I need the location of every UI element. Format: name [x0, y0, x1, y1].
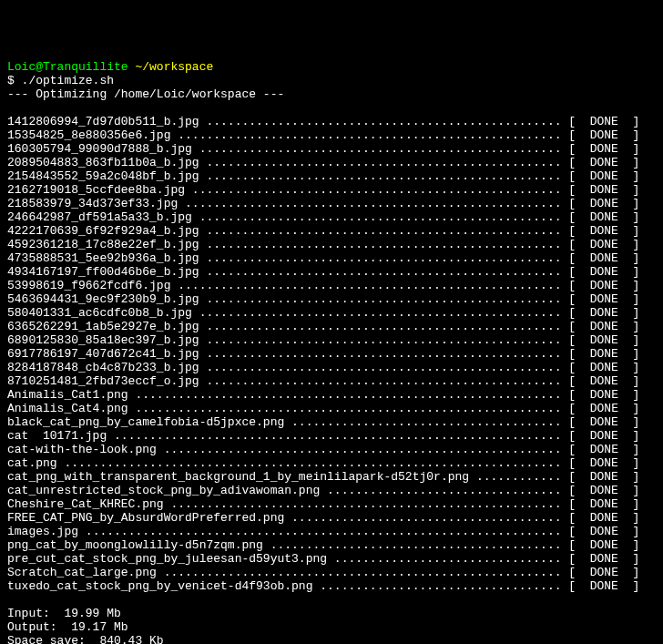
file-row: 246642987_df591a5a33_b.jpg .............… — [7, 210, 656, 224]
status-done: [ DONE ] — [568, 552, 639, 566]
file-row: 5463694431_9ec9f230b9_b.jpg ............… — [7, 292, 656, 306]
terminal-output[interactable]: Loic@Tranquillite ~/workspace$ ./optimiz… — [7, 60, 656, 644]
file-row: FREE_CAT_PNG_by_AbsurdWordPreferred.png … — [7, 511, 656, 525]
filename: 2089504883_863fb11b0a_b.jpg — [7, 156, 206, 169]
prompt-userhost: Loic@Tranquillite — [7, 60, 128, 74]
dots: ........................................… — [206, 361, 568, 374]
file-row: 2089504883_863fb11b0a_b.jpg ............… — [7, 156, 656, 169]
file-row: Animalis_Cat1.png ......................… — [7, 388, 656, 402]
filename: tuxedo_cat_stock_png_by_venicet-d4f93ob.… — [7, 579, 320, 593]
status-done: [ DONE ] — [568, 251, 639, 265]
dots: ........................................… — [199, 142, 569, 156]
dots: ........................................… — [135, 388, 568, 402]
filename: cat_unrestricted_stock_png_by_adivawoman… — [7, 484, 327, 497]
filename: cat 10171.jpg — [7, 429, 114, 443]
filename: 218583979_34d373ef33.jpg — [7, 197, 185, 210]
filename: 246642987_df591a5a33_b.jpg — [7, 210, 199, 224]
status-done: [ DONE ] — [568, 511, 639, 525]
filename: 8284187848_cb4c87b233_b.jpg — [7, 361, 206, 374]
filename: 1412806994_7d97d0b511_b.jpg — [7, 115, 206, 128]
filename: FREE_CAT_PNG_by_AbsurdWordPreferred.png — [7, 511, 291, 525]
file-row: Animalis_Cat4.png ......................… — [7, 402, 656, 415]
file-row: 6890125830_85a18ec397_b.jpg ............… — [7, 333, 656, 347]
filename: black_cat_png_by_camelfobia-d5jpxce.png — [7, 415, 291, 429]
status-done: [ DONE ] — [568, 142, 639, 156]
status-done: [ DONE ] — [568, 361, 639, 374]
file-row: 2162719018_5ccfdee8ba.jpg ..............… — [7, 183, 656, 197]
dots: ........................................… — [86, 525, 569, 538]
dots: ................................. — [327, 484, 568, 497]
file-row: Scratch_cat_large.png ..................… — [7, 566, 656, 579]
filename: 53998619_f9662fcdf6.jpg — [7, 279, 178, 292]
status-done: [ DONE ] — [568, 197, 639, 210]
file-row: 6365262291_1ab5e2927e_b.jpg ............… — [7, 320, 656, 333]
status-done: [ DONE ] — [568, 265, 639, 279]
filename: pre_cut_cat_stock_png_by_juleesan-d59yut… — [7, 552, 334, 566]
status-done: [ DONE ] — [568, 183, 639, 197]
file-row: Cheshire_Cat_KHREC.png .................… — [7, 497, 656, 511]
status-done: [ DONE ] — [568, 347, 639, 361]
command-line: $ ./optimize.sh — [7, 74, 656, 87]
file-row: 8710251481_2fbd73eccf_o.jpg ............… — [7, 374, 656, 388]
status-done: [ DONE ] — [568, 128, 639, 142]
file-row: cat_png_with_transparent_background_1_by… — [7, 470, 656, 484]
dots: ........................................… — [178, 279, 568, 292]
filename: cat.png — [7, 456, 64, 470]
file-row: 6917786197_407d672c41_b.jpg ............… — [7, 347, 656, 361]
file-row: tuxedo_cat_stock_png_by_venicet-d4f93ob.… — [7, 579, 656, 593]
status-done: [ DONE ] — [568, 210, 639, 224]
filename: 15354825_8e880356e6.jpg — [7, 128, 178, 142]
dots: ........................................… — [206, 333, 568, 347]
filename: cat_png_with_transparent_background_1_by… — [7, 470, 476, 484]
status-done: [ DONE ] — [568, 538, 639, 552]
filename: 6917786197_407d672c41_b.jpg — [7, 347, 206, 361]
filename: images.jpg — [7, 525, 86, 538]
status-done: [ DONE ] — [568, 169, 639, 183]
file-row: 160305794_99090d7888_b.jpg .............… — [7, 142, 656, 156]
dots: ........................................… — [206, 115, 568, 128]
dots: ........................................… — [206, 224, 568, 238]
status-done: [ DONE ] — [568, 388, 639, 402]
status-done: [ DONE ] — [568, 525, 639, 538]
filename: 4592361218_17c88e22ef_b.jpg — [7, 238, 206, 251]
filename: cat-with-the-look.png — [7, 443, 164, 456]
filename: 2154843552_59a2c048bf_b.jpg — [7, 169, 206, 183]
dots: ........................................… — [206, 169, 568, 183]
status-done: [ DONE ] — [568, 374, 639, 388]
status-done: [ DONE ] — [568, 115, 639, 128]
summary-save: Space save: 840.43 Kb — [7, 634, 656, 644]
filename: 6365262291_1ab5e2927e_b.jpg — [7, 320, 206, 333]
status-done: [ DONE ] — [568, 497, 639, 511]
dots: ........................................… — [164, 443, 569, 456]
dots: .................................. — [320, 579, 568, 593]
dots: ........................................… — [164, 566, 569, 579]
file-row: black_cat_png_by_camelfobia-d5jpxce.png … — [7, 415, 656, 429]
status-done: [ DONE ] — [568, 156, 639, 169]
status-done: [ DONE ] — [568, 443, 639, 456]
dots: ................................ — [334, 552, 568, 566]
status-done: [ DONE ] — [568, 306, 639, 320]
status-done: [ DONE ] — [568, 402, 639, 415]
dots: ...................................... — [291, 415, 568, 429]
dots: ........................................… — [206, 292, 568, 306]
dots: ........................................… — [206, 156, 568, 169]
filename: 4735888531_5ee92b936a_b.jpg — [7, 251, 206, 265]
dots: ........................................… — [135, 402, 568, 415]
summary-output: Output: 19.17 Mb — [7, 620, 656, 634]
command-text: ./optimize.sh — [22, 74, 114, 87]
status-done: [ DONE ] — [568, 320, 639, 333]
filename: 580401331_ac6cdfc0b8_b.jpg — [7, 306, 199, 320]
dots: ........................................… — [206, 251, 568, 265]
filename: Animalis_Cat1.png — [7, 388, 135, 402]
status-done: [ DONE ] — [568, 566, 639, 579]
dots: ........................................… — [114, 429, 568, 443]
file-row: png_cat_by_moonglowlilly-d5n7zqm.png ...… — [7, 538, 656, 552]
file-row: pre_cut_cat_stock_png_by_juleesan-d59yut… — [7, 552, 656, 566]
summary-input: Input: 19.99 Mb — [7, 607, 656, 620]
filename: 4934167197_ff00d46b6e_b.jpg — [7, 265, 206, 279]
status-done: [ DONE ] — [568, 484, 639, 497]
file-row: 53998619_f9662fcdf6.jpg ................… — [7, 279, 656, 292]
file-row: 8284187848_cb4c87b233_b.jpg ............… — [7, 361, 656, 374]
dots: ...................................... — [291, 511, 568, 525]
file-row: 4934167197_ff00d46b6e_b.jpg ............… — [7, 265, 656, 279]
